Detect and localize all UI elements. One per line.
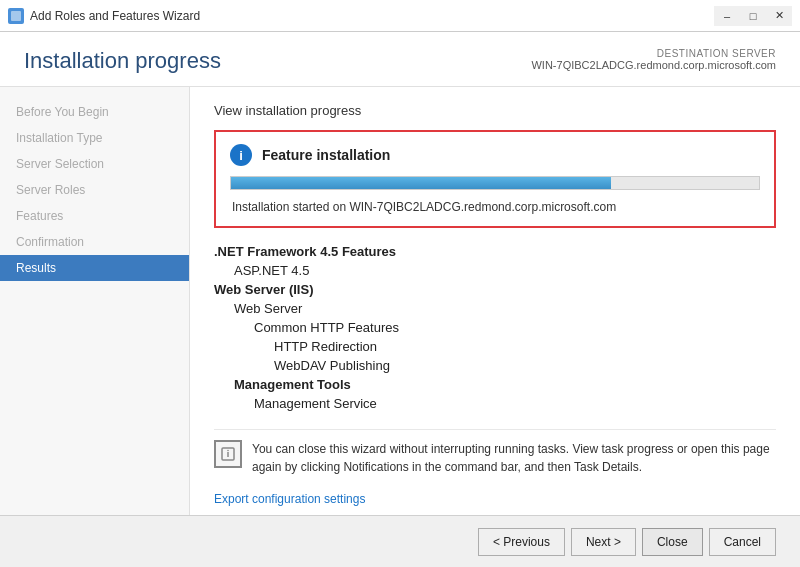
content-subtitle: View installation progress [214,103,776,118]
title-bar-title: Add Roles and Features Wizard [30,9,200,23]
feature-install-header: i Feature installation [230,144,760,166]
feature-list: .NET Framework 4.5 Features ASP.NET 4.5 … [214,242,776,413]
sidebar-item-confirmation: Confirmation [0,229,189,255]
list-item: HTTP Redirection [214,337,776,356]
maximize-button[interactable]: □ [740,6,766,26]
sidebar-item-results[interactable]: Results [0,255,189,281]
install-status-text: Installation started on WIN-7QIBC2LADCG.… [230,200,760,214]
feature-install-box: i Feature installation Installation star… [214,130,776,228]
wizard-header-title: Installation progress [24,48,221,74]
sidebar-item-server-roles: Server Roles [0,177,189,203]
info-notice: You can close this wizard without interr… [214,429,776,486]
sidebar-item-before-you-begin: Before You Begin [0,99,189,125]
notice-icon [214,440,242,468]
progress-bar-fill [231,177,611,189]
list-item: Web Server [214,299,776,318]
wizard-icon [8,8,24,24]
list-item: .NET Framework 4.5 Features [214,242,776,261]
svg-point-3 [227,450,229,452]
notice-text-content: You can close this wizard without interr… [252,442,770,474]
minimize-button[interactable]: – [714,6,740,26]
cancel-button[interactable]: Cancel [709,528,776,556]
wizard-footer: < Previous Next > Close Cancel [0,515,800,567]
list-item: Common HTTP Features [214,318,776,337]
wizard-container: Installation progress DESTINATION SERVER… [0,32,800,567]
next-button[interactable]: Next > [571,528,636,556]
dest-server-name: WIN-7QIBC2LADCG.redmond.corp.microsoft.c… [531,59,776,71]
feature-install-title: Feature installation [262,147,390,163]
sidebar-item-features: Features [0,203,189,229]
info-icon: i [230,144,252,166]
destination-server-info: DESTINATION SERVER WIN-7QIBC2LADCG.redmo… [531,48,776,71]
close-window-button[interactable]: ✕ [766,6,792,26]
dest-server-label: DESTINATION SERVER [531,48,776,59]
sidebar: Before You Begin Installation Type Serve… [0,87,190,515]
sidebar-item-server-selection: Server Selection [0,151,189,177]
title-bar-controls: – □ ✕ [714,6,792,26]
notice-text: You can close this wizard without interr… [252,440,776,476]
title-bar: Add Roles and Features Wizard – □ ✕ [0,0,800,32]
close-button[interactable]: Close [642,528,703,556]
list-item: WebDAV Publishing [214,356,776,375]
wizard-body: Before You Begin Installation Type Serve… [0,87,800,515]
list-item: Web Server (IIS) [214,280,776,299]
title-bar-left: Add Roles and Features Wizard [8,8,200,24]
svg-rect-0 [11,11,21,21]
previous-button[interactable]: < Previous [478,528,565,556]
sidebar-item-installation-type: Installation Type [0,125,189,151]
content-area: View installation progress i Feature ins… [190,87,800,515]
list-item: Management Tools [214,375,776,394]
export-link[interactable]: Export configuration settings [214,492,365,506]
wizard-header: Installation progress DESTINATION SERVER… [0,32,800,87]
list-item: ASP.NET 4.5 [214,261,776,280]
list-item: Management Service [214,394,776,413]
progress-bar-container [230,176,760,190]
